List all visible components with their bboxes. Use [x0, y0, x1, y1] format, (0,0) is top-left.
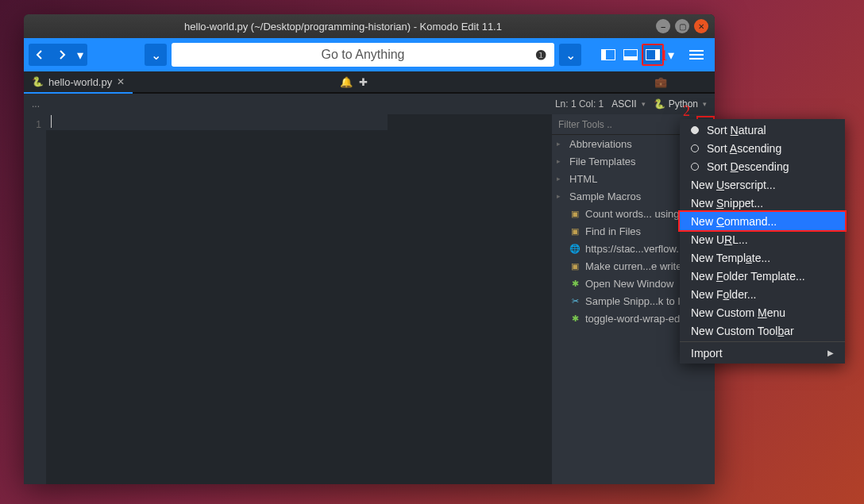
- main-toolbar: ▾ ⌄ Go to Anything ❶ ⌄ ▾: [24, 38, 715, 71]
- encoding-selector[interactable]: ASCII: [611, 98, 645, 110]
- chevron-left-icon: [35, 50, 44, 60]
- folder-label: Abbreviations: [569, 138, 632, 150]
- new-menu-item[interactable]: New Custom Toolbar: [680, 321, 845, 340]
- radio-icon: [691, 126, 699, 134]
- nav-recent-dropdown[interactable]: ▾: [73, 44, 87, 66]
- new-command-menu-item[interactable]: New Command...: [680, 212, 845, 230]
- filter-tools-input[interactable]: [552, 119, 684, 130]
- language-selector[interactable]: 🐍Python: [654, 98, 707, 110]
- line-number: 1: [24, 119, 41, 130]
- svg-rect-1: [601, 49, 606, 60]
- bottom-pane-toggle[interactable]: [619, 44, 642, 66]
- item-label: toggle-word-wrap-edi: [585, 313, 682, 325]
- sort-option[interactable]: Sort Ascending: [680, 139, 845, 157]
- menu-item-label: New Custom Menu: [691, 306, 785, 319]
- item-label: Sample Snipp...k to In: [585, 295, 686, 307]
- chevron-right-icon: [57, 50, 67, 60]
- folder-label: HTML: [569, 173, 597, 185]
- goto-anything-input[interactable]: Go to Anything ❶: [172, 43, 554, 67]
- notifications-icon[interactable]: 🔔: [340, 76, 353, 88]
- new-menu-item[interactable]: New URL...: [680, 230, 845, 248]
- folder-label: File Templates: [569, 156, 636, 167]
- editor-body: 1 ⚙▾ ▸Abbreviations▸File Templates▸HTML▸…: [24, 114, 715, 484]
- cmd-icon: ▣: [569, 226, 580, 237]
- chevron-right-icon: ▸: [557, 157, 565, 165]
- text-cursor: [51, 115, 52, 128]
- radio-icon: [691, 144, 699, 152]
- status-indicator: ...: [32, 98, 40, 110]
- line-gutter: 1: [24, 114, 46, 484]
- new-tab-icon[interactable]: ✚: [359, 76, 368, 88]
- svg-rect-5: [655, 49, 660, 60]
- new-menu-item[interactable]: New Custom Menu: [680, 303, 845, 321]
- macro-icon: ✱: [569, 279, 580, 289]
- menu-item-label: Sort Natural: [707, 124, 766, 137]
- python-icon: 🐍: [32, 76, 44, 87]
- tab-bar: 🐍 hello-world.py ✕ 🔔 ✚ 💼: [24, 71, 715, 94]
- dropdown-button-2[interactable]: ⌄: [559, 44, 581, 66]
- new-menu-item[interactable]: New Snippet...: [680, 194, 845, 212]
- maximize-button[interactable]: ▢: [675, 19, 689, 33]
- titlebar: hello-world.py (~/Desktop/programming-hi…: [24, 14, 715, 38]
- callout-1: 1: [661, 48, 668, 64]
- nav-history: ▾: [29, 44, 87, 66]
- goto-info-icon: ❶: [535, 48, 546, 63]
- goto-placeholder: Go to Anything: [322, 48, 405, 62]
- submenu-arrow-icon: ▶: [827, 348, 834, 357]
- macro-icon: ✱: [569, 314, 580, 324]
- menu-item-label: New Custom Toolbar: [691, 325, 794, 337]
- callout-2: 2: [683, 103, 690, 120]
- import-menu-item[interactable]: Import▶: [680, 344, 845, 362]
- close-tab-icon[interactable]: ✕: [117, 76, 125, 87]
- item-label: https://stac...verflow.: [585, 243, 679, 255]
- code-editor[interactable]: [46, 114, 552, 484]
- tab-filename: hello-world.py: [48, 76, 112, 88]
- menu-item-label: New Snippet...: [691, 197, 763, 210]
- sort-option[interactable]: Sort Descending: [680, 157, 845, 175]
- close-button[interactable]: ✕: [694, 19, 708, 33]
- new-menu-item[interactable]: New Template...: [680, 248, 845, 267]
- window-title: hello-world.py (~/Desktop/programming-hi…: [30, 21, 656, 33]
- menu-item-label: New Command...: [691, 215, 777, 228]
- cmd-icon: ▣: [569, 209, 580, 219]
- url-icon: 🌐: [569, 244, 580, 254]
- folder-label: Sample Macros: [569, 190, 641, 202]
- chevron-right-icon: ▸: [557, 140, 565, 148]
- menu-item-label: New URL...: [691, 233, 748, 246]
- toolbox-context-menu: Sort NaturalSort AscendingSort Descendin…: [680, 119, 845, 364]
- svg-rect-3: [623, 56, 638, 60]
- cursor-position: Ln: 1 Col: 1: [555, 98, 604, 110]
- hamburger-icon: [689, 50, 704, 60]
- snip-icon: ✂: [569, 296, 580, 306]
- python-icon: 🐍: [654, 98, 665, 110]
- hamburger-menu-button[interactable]: [683, 44, 710, 66]
- minimize-button[interactable]: ‒: [656, 19, 670, 33]
- item-label: Make curren...e write: [585, 260, 681, 272]
- radio-icon: [691, 163, 699, 171]
- cmd-icon: ▣: [569, 261, 580, 271]
- active-line-highlight: [46, 114, 388, 130]
- editor-tab[interactable]: 🐍 hello-world.py ✕: [24, 71, 133, 94]
- nav-back-button[interactable]: [29, 44, 51, 66]
- chevron-right-icon: ▸: [557, 192, 565, 200]
- menu-item-label: New Folder Template...: [691, 270, 805, 283]
- menu-item-label: Sort Ascending: [707, 142, 781, 155]
- menu-item-label: Import: [691, 347, 723, 360]
- item-label: Open New Window: [585, 278, 673, 290]
- menu-item-label: New Userscript...: [691, 179, 776, 191]
- new-menu-item[interactable]: New Folder Template...: [680, 267, 845, 285]
- dropdown-button-1[interactable]: ⌄: [145, 44, 167, 66]
- nav-forward-button[interactable]: [51, 44, 73, 66]
- app-window: hello-world.py (~/Desktop/programming-hi…: [24, 14, 715, 484]
- left-pane-toggle[interactable]: [597, 44, 619, 66]
- menu-item-label: New Folder...: [691, 288, 757, 301]
- item-label: Count words... using: [585, 208, 680, 220]
- item-label: Find in Files: [585, 225, 641, 237]
- menu-item-label: Sort Descending: [707, 160, 789, 173]
- menu-item-label: New Template...: [691, 252, 770, 264]
- new-menu-item[interactable]: New Userscript...: [680, 175, 845, 194]
- sort-option[interactable]: Sort Natural: [680, 121, 845, 139]
- new-menu-item[interactable]: New Folder...: [680, 285, 845, 303]
- separator: [680, 341, 845, 342]
- toolbox-icon[interactable]: 💼: [654, 76, 667, 88]
